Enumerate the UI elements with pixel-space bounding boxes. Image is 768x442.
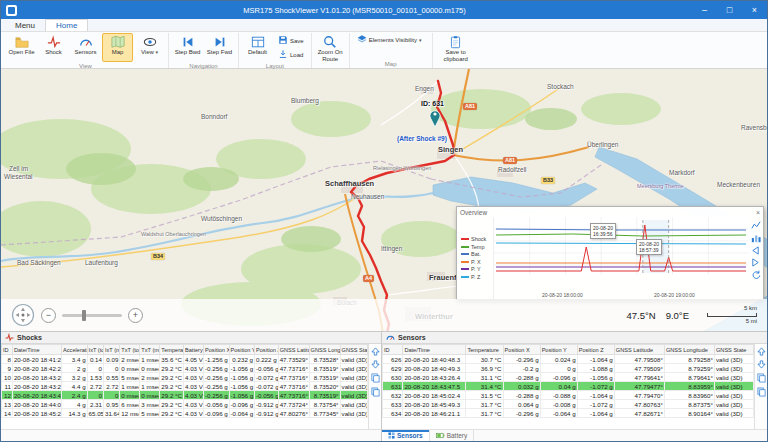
zoom-out-button[interactable]: − (41, 308, 56, 323)
column-header[interactable]: Position Z (255, 345, 279, 355)
overview-chart[interactable]: 20-08-2016:39:56 20-08-2018:57:39 20-08-… (493, 217, 748, 299)
overview-close-icon[interactable]: × (756, 209, 760, 216)
table-row[interactable]: 63220-08-20 18:45:02.431.5 °C-0.288 g-0.… (383, 391, 754, 400)
table-row[interactable]: 63120-08-20 18:43:47.531.4 °C0.032 g0.04… (383, 382, 754, 391)
column-header[interactable]: TxT (total) (120, 345, 140, 355)
step-backward-button[interactable]: Step Bwd (172, 33, 203, 62)
table-row[interactable]: 1320-08-20 18:44:04.04 g2.310.956 msec3 … (2, 400, 368, 409)
sensors-view-button[interactable]: Sensors (70, 33, 101, 62)
zoom-slider-handle[interactable] (82, 310, 86, 321)
column-header[interactable]: Position X (503, 345, 540, 355)
copy-icon[interactable] (371, 373, 380, 383)
shocks-table[interactable]: IDDate/TimeAcceleration (max)IxT (total)… (1, 344, 368, 418)
legend-item[interactable]: Temp (461, 244, 493, 250)
reset-zoom-icon[interactable] (751, 270, 761, 280)
legend-item[interactable]: Shock (461, 236, 493, 242)
column-header[interactable]: IxT (total) (87, 345, 103, 355)
table-row[interactable]: 920-08-20 18:42:25.02 g000 msec0 msec29.… (2, 364, 368, 373)
shocks-panel: Shocks IDDate/TimeAcceleration (max)IxT … (1, 332, 382, 441)
table-row[interactable]: 63420-08-20 18:46:21.131.7 °C-0.296 g-0.… (383, 409, 754, 418)
shock-view-button[interactable]: Shock (38, 33, 69, 62)
column-header[interactable]: GNSS State (340, 345, 367, 355)
column-header[interactable]: TxT (max) (140, 345, 160, 355)
battery-icon (436, 432, 445, 439)
column-header[interactable]: Date/Time (12, 345, 61, 355)
column-header[interactable]: Temperature (160, 345, 184, 355)
table-row[interactable]: 63320-08-20 18:45:49.331.7 °C0.064 g-0.0… (383, 400, 754, 409)
column-header[interactable]: GNSS Latitude (614, 345, 664, 355)
zoom-in-button[interactable]: + (128, 308, 143, 323)
column-header[interactable]: IxT (max) (103, 345, 119, 355)
table-row[interactable]: 63020-08-20 18:43:26.431.1 °C-0.288 g-0.… (383, 373, 754, 382)
legend-color-swatch (461, 261, 469, 263)
column-header[interactable]: Date/Time (403, 345, 466, 355)
save-to-clipboard-button[interactable]: Save to clipboard (436, 33, 476, 62)
table-row[interactable]: 820-08-20 18:41:25.03.4 g0.140.092 msec1… (2, 355, 368, 364)
step-backward-icon (181, 35, 195, 49)
table-row[interactable]: 1120-08-20 18:43:27.04.4 g2.722.721 msec… (2, 382, 368, 391)
column-header[interactable]: ID (383, 345, 403, 355)
column-header[interactable]: GNSS Longitude (309, 345, 340, 355)
scroll-up-icon[interactable] (371, 347, 380, 356)
scroll-down-icon[interactable] (757, 360, 766, 369)
table-row[interactable]: 62620-08-20 18:40:48.330.7 °C-0.296 g0.0… (383, 355, 754, 364)
minimize-button[interactable]: – (692, 1, 717, 19)
title-bar[interactable]: MSR175 ShockViewer V1.01.20 (MSR50010_00… (1, 1, 767, 19)
column-header[interactable]: Position Z (577, 345, 614, 355)
sensors-tab-icon (388, 432, 395, 439)
column-header[interactable]: Acceleration (max) (62, 345, 87, 355)
table-row[interactable]: 1220-08-20 18:43:47.02.4 g000 msec0 msec… (2, 391, 368, 400)
overview-title: Overview (460, 209, 487, 216)
step-right-icon[interactable] (751, 258, 760, 267)
map-canvas[interactable]: EngenStockachBlumbergBonndorfRavensburgS… (1, 69, 767, 331)
layers-icon (357, 34, 367, 45)
bar-chart-icon[interactable] (751, 233, 761, 243)
copy-icon[interactable] (371, 387, 380, 397)
legend-label: P. Z (471, 274, 480, 280)
view-dropdown-button[interactable]: View ▾ (134, 33, 165, 62)
legend-item[interactable]: P. Z (461, 274, 493, 280)
sensors-table[interactable]: IDDate/TimeTemperaturePosition XPosition… (382, 344, 754, 418)
maximize-button[interactable]: □ (717, 1, 742, 19)
column-header[interactable]: Position X (204, 345, 229, 355)
column-header[interactable]: GNSS Latitude (278, 345, 309, 355)
step-forward-button[interactable]: Step Fwd (204, 33, 235, 62)
map-view-button[interactable]: Map (102, 33, 133, 62)
sensors-panel-footer: Sensors Battery (382, 429, 767, 441)
line-chart-icon[interactable] (751, 220, 761, 230)
table-row[interactable]: 62920-08-20 18:40:49.336.9 °C-0.2 g0 g-1… (383, 364, 754, 373)
close-button[interactable]: × (742, 1, 767, 19)
legend-item[interactable]: P. X (461, 259, 493, 265)
tab-battery[interactable]: Battery (430, 430, 475, 441)
column-header[interactable]: Temperature (466, 345, 503, 355)
column-header[interactable]: Battery (184, 345, 204, 355)
column-header[interactable]: Position Y (229, 345, 254, 355)
shocks-panel-header[interactable]: Shocks (1, 332, 381, 344)
column-header[interactable]: Position Y (540, 345, 577, 355)
scroll-down-icon[interactable] (371, 360, 380, 369)
legend-item[interactable]: Bat. (461, 251, 493, 257)
column-header[interactable]: GNSS Longitude (664, 345, 714, 355)
column-header[interactable]: ID (2, 345, 13, 355)
save-layout-button[interactable]: Save (274, 34, 308, 47)
column-header[interactable]: GNSS State (714, 345, 753, 355)
table-row[interactable]: 1420-08-20 18:45:21.014.3 g65.0531.6412 … (2, 409, 368, 418)
legend-item[interactable]: P. Y (461, 266, 493, 272)
zoom-slider[interactable] (62, 314, 122, 317)
open-file-button[interactable]: Open File (6, 33, 37, 62)
scroll-up-icon[interactable] (757, 347, 766, 356)
elements-visibility-button[interactable]: Elements Visibility ▾ (353, 33, 429, 46)
tab-home[interactable]: Home (45, 19, 88, 31)
chart-tooltip: 20-08-2016:39:56 (590, 223, 616, 239)
tab-sensors[interactable]: Sensors (382, 430, 430, 441)
compass-control[interactable] (11, 303, 35, 327)
sensors-panel-header[interactable]: Sensors (382, 332, 767, 344)
zoom-on-route-button[interactable]: Zoom On Route (315, 33, 346, 62)
load-layout-button[interactable]: Load (274, 48, 308, 61)
copy-icon[interactable] (757, 387, 766, 397)
default-layout-button[interactable]: Default (242, 33, 273, 62)
tab-menu[interactable]: Menu (5, 20, 45, 31)
step-left-icon[interactable] (751, 246, 760, 255)
copy-icon[interactable] (757, 373, 766, 383)
table-row[interactable]: 1020-08-20 18:43:20.23.2 g1.530.555 msec… (2, 373, 368, 382)
